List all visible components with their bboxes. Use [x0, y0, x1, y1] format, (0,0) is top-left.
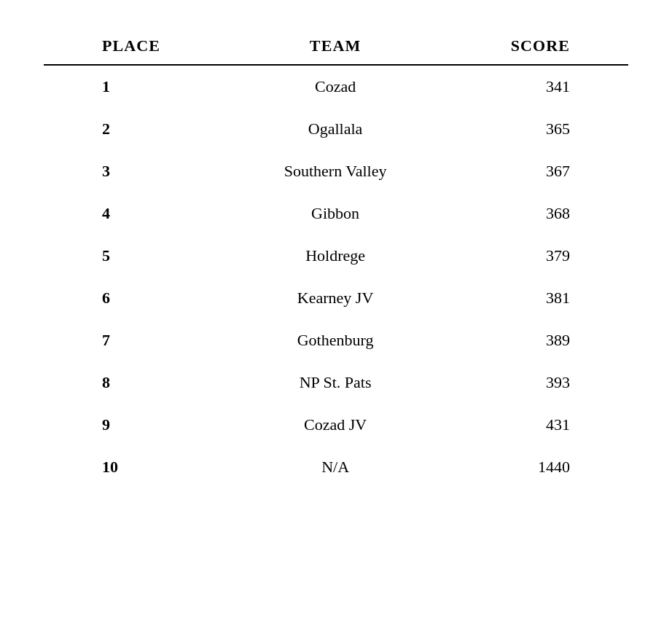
- team-cell: Kearney JV: [238, 277, 432, 319]
- team-cell: Cozad JV: [238, 404, 432, 446]
- table-row: 2Ogallala365: [44, 108, 628, 150]
- place-cell: 2: [44, 108, 238, 150]
- team-cell: Cozad: [238, 65, 432, 108]
- team-cell: NP St. Pats: [238, 361, 432, 404]
- team-cell: Ogallala: [238, 108, 432, 150]
- team-cell: Holdrege: [238, 235, 432, 277]
- table-body: 1Cozad3412Ogallala3653Southern Valley367…: [44, 65, 628, 488]
- place-cell: 5: [44, 235, 238, 277]
- place-cell: 6: [44, 277, 238, 319]
- table-row: 10N/A1440: [44, 446, 628, 488]
- score-cell: 1440: [433, 446, 628, 488]
- table-row: 5Holdrege379: [44, 235, 628, 277]
- score-column-header: SCORE: [433, 29, 628, 65]
- place-cell: 9: [44, 404, 238, 446]
- place-cell: 7: [44, 319, 238, 361]
- table-row: 6Kearney JV381: [44, 277, 628, 319]
- score-cell: 379: [433, 235, 628, 277]
- table-row: 9Cozad JV431: [44, 404, 628, 446]
- team-cell: Gothenburg: [238, 319, 432, 361]
- score-cell: 365: [433, 108, 628, 150]
- table-header-row: PLACE TEAM SCORE: [44, 29, 628, 65]
- table-row: 8NP St. Pats393: [44, 361, 628, 404]
- place-cell: 3: [44, 150, 238, 192]
- scores-table-container: PLACE TEAM SCORE 1Cozad3412Ogallala3653S…: [44, 29, 628, 488]
- table-row: 3Southern Valley367: [44, 150, 628, 192]
- score-cell: 393: [433, 361, 628, 404]
- place-cell: 10: [44, 446, 238, 488]
- team-cell: Southern Valley: [238, 150, 432, 192]
- score-cell: 367: [433, 150, 628, 192]
- score-cell: 381: [433, 277, 628, 319]
- table-row: 1Cozad341: [44, 65, 628, 108]
- place-cell: 1: [44, 65, 238, 108]
- scores-table: PLACE TEAM SCORE 1Cozad3412Ogallala3653S…: [44, 29, 628, 488]
- score-cell: 389: [433, 319, 628, 361]
- table-row: 7Gothenburg389: [44, 319, 628, 361]
- team-cell: Gibbon: [238, 192, 432, 235]
- place-cell: 4: [44, 192, 238, 235]
- team-column-header: TEAM: [238, 29, 432, 65]
- score-cell: 431: [433, 404, 628, 446]
- score-cell: 368: [433, 192, 628, 235]
- team-cell: N/A: [238, 446, 432, 488]
- place-column-header: PLACE: [44, 29, 238, 65]
- place-cell: 8: [44, 361, 238, 404]
- score-cell: 341: [433, 65, 628, 108]
- table-row: 4Gibbon368: [44, 192, 628, 235]
